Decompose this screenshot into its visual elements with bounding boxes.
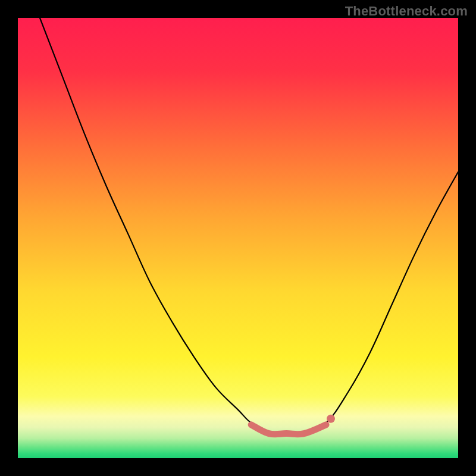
bottleneck-curve xyxy=(40,18,458,433)
plot-area xyxy=(18,18,458,458)
trough-end-dot xyxy=(327,415,335,423)
chart-curve-layer xyxy=(18,18,458,458)
watermark-text: TheBottleneck.com xyxy=(345,4,468,19)
trough-highlight xyxy=(251,425,326,434)
chart-stage: TheBottleneck.com xyxy=(0,0,476,476)
